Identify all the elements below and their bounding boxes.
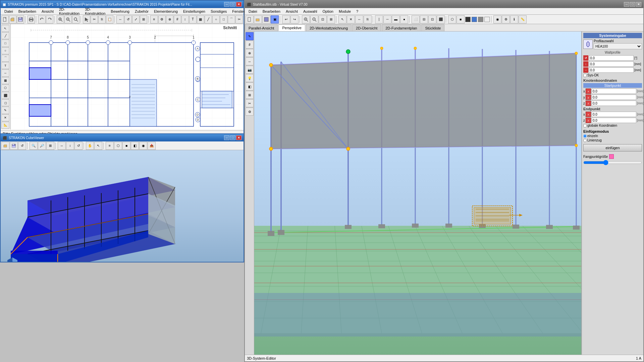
tb-zoom-out[interactable] — [64, 15, 72, 23]
vsteel-menu-datei[interactable]: Datei — [246, 9, 260, 14]
start-y-input[interactable]: 0.0 — [592, 95, 636, 100]
tb-trim[interactable]: ✂ — [235, 15, 243, 23]
vs-new[interactable] — [246, 15, 254, 23]
lv-measure[interactable]: 📐 — [1, 122, 9, 129]
vs-zoom-in[interactable] — [302, 15, 310, 23]
cv-pan[interactable]: ✋ — [86, 142, 94, 150]
vs-plate[interactable]: ▬ — [392, 15, 400, 23]
vs-settings[interactable]: ⚙ — [502, 15, 510, 23]
tb-save[interactable] — [17, 15, 24, 23]
tb-rect[interactable]: □ — [220, 15, 227, 23]
tb-line[interactable]: ╱ — [205, 15, 212, 23]
cv-zoom-fit[interactable]: ⊞ — [46, 142, 54, 150]
tb-mirror[interactable]: ⊞ — [140, 15, 147, 23]
tb-text[interactable]: T — [189, 15, 197, 23]
lv-arc[interactable]: ⌒ — [1, 55, 9, 62]
vs-select[interactable]: ↖ — [338, 15, 346, 23]
angle-input-1[interactable]: 0.0 — [589, 55, 634, 61]
tb-select[interactable] — [83, 15, 90, 23]
vs-side-edit[interactable]: ✎ — [246, 32, 254, 40]
vs-color-blue[interactable] — [472, 17, 477, 22]
lv-text[interactable]: T — [1, 62, 9, 69]
tb-zoom-all[interactable] — [72, 15, 79, 23]
menu-3d-konstruktion[interactable]: 3D-Konstruktion — [83, 7, 108, 16]
vsteel-menu-ansicht[interactable]: Ansicht — [283, 9, 300, 14]
tab-2d-werkstatt[interactable]: 2D-Werkstattzeichnung — [306, 24, 352, 31]
tb-snap[interactable]: ⊕ — [166, 15, 173, 23]
vs-iso[interactable]: ⬛ — [437, 15, 445, 23]
radio-linienzug-input[interactable] — [583, 139, 587, 142]
lv-line[interactable]: ╱ — [1, 32, 9, 39]
cv-select3d[interactable]: ↖ — [94, 142, 102, 150]
cv-wire[interactable]: ⬡ — [114, 142, 122, 150]
end-z-input[interactable]: 0.0 — [592, 118, 636, 123]
einfuegen-button[interactable]: einfügen — [583, 144, 642, 152]
vs-zoom-out[interactable] — [310, 15, 318, 23]
lv-rect[interactable]: □ — [1, 40, 9, 47]
menu-bewehrung[interactable]: Bewehrung — [108, 9, 132, 14]
tb-hatch[interactable]: ▦ — [197, 15, 204, 23]
vs-open[interactable] — [254, 15, 262, 23]
vs-side-camera[interactable]: 📷 — [246, 66, 254, 74]
cv-zoom-out[interactable]: 🔎 — [38, 142, 46, 150]
start-z-input[interactable]: 0.0 — [592, 101, 636, 106]
vs-color-dark[interactable] — [465, 17, 471, 22]
cv-rotate-x[interactable]: ↔ — [58, 142, 66, 150]
vs-info[interactable]: ℹ — [510, 15, 518, 23]
cubeviewer-minimize-btn[interactable]: ─ — [224, 135, 229, 140]
tb-open[interactable] — [9, 15, 16, 23]
lv-hatch[interactable]: ▦ — [1, 77, 9, 84]
tb-properties[interactable]: ⚙ — [158, 15, 166, 23]
vs-beam[interactable]: ─ — [383, 15, 391, 23]
tb-undo[interactable] — [38, 15, 46, 23]
vsteel-menu-auswahl[interactable]: Auswahl — [301, 9, 320, 14]
vs-front[interactable]: ⬜ — [412, 15, 420, 23]
menu-datei[interactable]: Datei — [2, 9, 15, 14]
vs-side-grid[interactable]: # — [246, 41, 254, 49]
vs-top[interactable]: ⊟ — [420, 15, 428, 23]
tb-cut[interactable]: ✂ — [91, 15, 98, 23]
vsteel-minimize-btn[interactable]: ─ — [624, 2, 629, 7]
vsteel-close-btn[interactable]: ✕ — [636, 2, 641, 7]
tb-copy[interactable]: ⎘ — [98, 15, 106, 23]
strakon-close-btn[interactable]: ✕ — [236, 2, 241, 7]
vs-side-prop[interactable]: ⚙ — [246, 108, 254, 116]
lv-poly[interactable]: ⬡ — [1, 84, 9, 92]
end-x-input[interactable]: 0.0 — [592, 112, 636, 117]
menu-sonstiges[interactable]: Sonstiges — [208, 9, 229, 14]
tb-polyline[interactable]: ⌒ — [228, 15, 235, 23]
vs-render[interactable]: ◉ — [493, 15, 501, 23]
vs-redo[interactable]: ↪ — [290, 15, 299, 23]
cv-save[interactable] — [10, 142, 18, 150]
cv-zoom-in[interactable]: 🔍 — [30, 142, 38, 150]
vs-zoom-all[interactable]: ⊡ — [319, 15, 327, 23]
vsteel-menu-option[interactable]: Option — [320, 9, 336, 14]
tb-scale[interactable]: ⤢ — [132, 15, 140, 23]
tab-2d-uebersicht[interactable]: 2D-Übersicht — [352, 24, 381, 31]
vsteel-menu-bearbeiten[interactable]: Bearbeiten — [260, 9, 283, 14]
vs-side-light[interactable]: 💡 — [246, 74, 254, 82]
lv-dim[interactable]: ↔ — [1, 69, 9, 76]
tb-print[interactable] — [28, 15, 35, 23]
cv-refresh[interactable]: ↺ — [18, 142, 26, 150]
cv-layer[interactable]: ≡ — [106, 142, 114, 150]
tb-paste[interactable]: 📋 — [106, 15, 113, 23]
vs-zoom-win[interactable]: ⊞ — [327, 15, 335, 23]
vs-side-connect[interactable]: ⊞ — [246, 91, 254, 99]
tb-redo[interactable] — [46, 15, 53, 23]
tb-layer[interactable]: ≡ — [150, 15, 158, 23]
tb-circle[interactable]: ○ — [212, 15, 220, 23]
start-x-input[interactable]: 0.0 — [592, 88, 636, 94]
lv-edit[interactable]: ✎ — [1, 107, 9, 114]
menu-zubehoer[interactable]: Zubehör — [132, 9, 151, 14]
menu-ansicht[interactable]: Ansicht — [39, 9, 56, 14]
cubeviewer-3d-view[interactable] — [1, 150, 244, 262]
angle-input-2[interactable]: 0.0 — [589, 61, 634, 67]
tb-move[interactable]: ↔ — [116, 15, 124, 23]
menu-einstellungen[interactable]: Einstellungen — [181, 9, 208, 14]
lv-circle[interactable]: ○ — [1, 47, 9, 54]
vs-color-white[interactable] — [484, 17, 490, 22]
lv-3d[interactable]: ⬛ — [1, 92, 9, 99]
vs-wire[interactable]: ⬡ — [448, 15, 456, 23]
vs-color-gray[interactable] — [478, 17, 483, 22]
